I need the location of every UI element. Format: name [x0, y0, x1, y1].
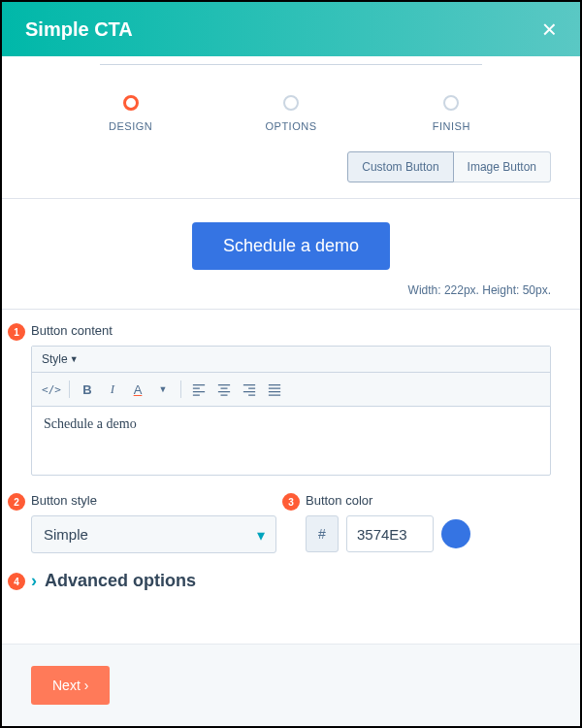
modal-footer: Next › — [2, 644, 580, 726]
caret-down-icon[interactable]: ▼ — [151, 379, 175, 400]
rich-text-editor: Style ▼ </> B I A ▼ Schedule a demo — [31, 346, 551, 476]
cta-preview-button[interactable]: Schedule a demo — [192, 222, 390, 270]
button-style-label: Button style — [31, 493, 276, 508]
modal-title: Simple CTA — [25, 18, 133, 41]
chevron-right-icon: › — [84, 678, 89, 693]
editor-toolbar: </> B I A ▼ — [32, 373, 550, 407]
step-label: OPTIONS — [265, 120, 316, 132]
align-center-icon[interactable] — [212, 379, 236, 400]
stepper-line — [291, 64, 482, 65]
separator — [69, 381, 70, 398]
step-circle-icon — [123, 95, 139, 111]
chevron-right-icon: › — [31, 571, 37, 591]
step-design[interactable]: DESIGN — [50, 95, 210, 132]
annotation-badge: 1 — [8, 323, 25, 341]
caret-down-icon: ▼ — [70, 354, 79, 364]
modal-header: Simple CTA × — [2, 2, 580, 56]
annotation-badge: 2 — [8, 493, 25, 511]
step-options[interactable]: OPTIONS — [210, 95, 371, 132]
color-hex-input[interactable] — [346, 515, 434, 552]
stepper-line — [100, 64, 291, 65]
align-right-icon[interactable] — [238, 379, 261, 400]
button-style-select[interactable] — [31, 515, 276, 553]
stepper: DESIGN OPTIONS FINISH — [2, 56, 580, 151]
step-circle-icon — [283, 95, 299, 111]
bold-icon[interactable]: B — [76, 379, 99, 400]
close-icon[interactable]: × — [542, 15, 557, 45]
annotation-badge: 3 — [282, 493, 300, 511]
next-button-label: Next — [52, 678, 81, 693]
italic-icon[interactable]: I — [101, 379, 124, 400]
editor-style-dropdown[interactable]: Style ▼ — [32, 347, 550, 373]
button-color-label: Button color — [306, 493, 551, 508]
step-finish[interactable]: FINISH — [372, 95, 532, 132]
style-dropdown-label: Style — [42, 352, 68, 366]
image-button-tab[interactable]: Image Button — [454, 151, 551, 182]
step-label: FINISH — [433, 120, 470, 132]
preview-area: Schedule a demo — [2, 199, 580, 278]
code-icon[interactable]: </> — [40, 379, 63, 400]
align-justify-icon[interactable] — [263, 379, 286, 400]
color-swatch[interactable] — [441, 519, 470, 548]
align-left-icon[interactable] — [187, 379, 210, 400]
text-color-icon[interactable]: A — [126, 379, 149, 400]
custom-button-tab[interactable]: Custom Button — [347, 151, 453, 182]
editor-textarea[interactable]: Schedule a demo — [32, 407, 550, 475]
next-button[interactable]: Next › — [31, 666, 110, 705]
hash-prefix: # — [306, 515, 339, 552]
dimensions-label: Width: 222px. Height: 50px. — [2, 278, 580, 309]
button-type-toggle: Custom Button Image Button — [2, 151, 580, 198]
advanced-options-toggle[interactable]: › Advanced options — [31, 571, 551, 591]
step-circle-icon — [443, 95, 459, 111]
step-label: DESIGN — [109, 120, 152, 132]
button-content-label: Button content — [31, 323, 551, 338]
annotation-badge: 4 — [8, 573, 25, 590]
advanced-options-title: Advanced options — [45, 571, 196, 591]
separator — [180, 381, 181, 398]
